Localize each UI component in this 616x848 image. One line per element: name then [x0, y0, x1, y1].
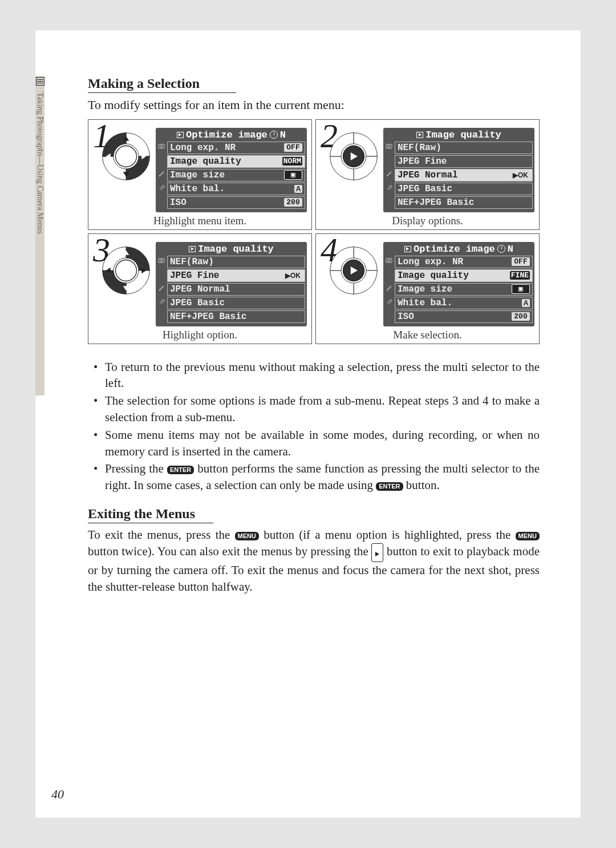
blank-icon: [385, 196, 393, 206]
menu-item-label: JPEG Fine▶OK: [167, 269, 305, 282]
menu-item-label: JPEG Normal▶OK: [395, 169, 533, 181]
menu-row: Long exp. NROFF: [157, 142, 305, 154]
blank-icon: [385, 310, 393, 320]
blank-icon: [385, 155, 393, 165]
ok-indicator: ▶OK: [511, 171, 530, 179]
lcd-title: Image quality: [385, 130, 533, 140]
blank-icon: [157, 310, 165, 320]
enter-button-icon: ENTER: [376, 482, 403, 491]
menu-row: Image size▣: [385, 283, 533, 296]
camera-icon: [385, 256, 393, 265]
menu-item-label: Long exp. NROFF: [167, 142, 305, 154]
enter-button-icon: ENTER: [167, 466, 194, 474]
heading-exiting-menus: Exiting the Menus: [88, 506, 540, 522]
menu-item-label: Image size▣: [395, 283, 533, 296]
menu-row: Image size▣: [157, 169, 305, 181]
value-badge: FINE: [510, 271, 530, 280]
menu-row: JPEG Normal▶OK: [385, 169, 533, 181]
value-badge: ▣: [512, 284, 530, 294]
wrench-icon: [385, 183, 393, 192]
menu-row: Long exp. NROFF: [385, 256, 533, 268]
menu-row: JPEG Basic: [157, 297, 305, 309]
value-badge: A: [522, 299, 530, 307]
tab-label: Taking Photographs—Using Camera Menus: [35, 90, 44, 234]
section-tab: Taking Photographs—Using Camera Menus: [35, 76, 44, 395]
value-badge: ▣: [284, 170, 302, 180]
multi-selector-icon: [101, 245, 151, 296]
timer-icon: [497, 245, 505, 253]
blank-icon: [157, 269, 165, 279]
note-item: Pressing the ENTER button performs the s…: [88, 461, 540, 494]
menu-item-label: JPEG Fine: [395, 155, 533, 168]
menu-item-label: Image qualityNORM: [167, 155, 305, 168]
value-badge: NORM: [282, 157, 302, 165]
menu-button-icon: MENU: [516, 532, 540, 540]
menu-item-label: NEF(Raw): [395, 142, 533, 154]
pencil-icon: [157, 283, 165, 293]
lcd-screen: Optimize imageN Long exp. NROFF Image qu…: [383, 242, 534, 326]
wrench-icon: [385, 297, 393, 306]
menu-item-label: NEF+JPEG Basic: [395, 196, 533, 209]
page-number: 40: [51, 787, 64, 802]
svg-point-11: [388, 260, 390, 262]
value-badge: OFF: [284, 143, 302, 152]
menu-row: Image qualityNORM: [157, 155, 305, 168]
menu-item-label: Image qualityFINE: [395, 269, 533, 282]
step-caption: Highlight option.: [93, 329, 307, 341]
pencil-icon: [385, 169, 393, 179]
menu-item-label: White bal.A: [395, 297, 533, 309]
step-3: 3 Image quality NEF(Raw): [88, 233, 312, 344]
blank-icon: [157, 196, 165, 206]
playback-icon: [177, 132, 184, 138]
note-item: The selection for some options is made f…: [88, 393, 540, 426]
heading-making-selection: Making a Selection: [88, 76, 540, 91]
menu-row: JPEG Basic: [385, 183, 533, 195]
playback-button-icon: [371, 543, 383, 562]
lcd-screen: Image quality NEF(Raw) JPEG Fine JPEG No…: [383, 128, 534, 212]
menu-row: JPEG Fine▶OK: [157, 269, 305, 282]
menu-row: NEF(Raw): [157, 256, 305, 268]
lcd-title: Optimize imageN: [385, 244, 533, 255]
wrench-icon: [157, 183, 165, 192]
value-badge: 200: [512, 312, 530, 321]
pencil-icon: [157, 169, 165, 179]
steps-grid: 1 Optimize imageN Long e: [88, 119, 540, 344]
ok-indicator: ▶OK: [283, 272, 302, 280]
step-caption: Highlight menu item.: [93, 215, 307, 227]
lcd-title: Image quality: [157, 244, 305, 255]
svg-point-0: [116, 146, 137, 167]
timer-icon: [270, 131, 278, 139]
multi-selector-icon: [329, 245, 379, 296]
value-badge: A: [294, 185, 302, 193]
exit-paragraph: To exit the menus, press the MENU button…: [88, 527, 540, 595]
menu-row: NEF+JPEG Basic: [385, 196, 533, 209]
menu-item-label: Image size▣: [167, 169, 305, 181]
menu-row: ISO200: [157, 196, 305, 209]
menu-row: JPEG Fine: [385, 155, 533, 168]
step-2: 2 Image quality NEF(Raw): [315, 119, 540, 230]
multi-selector-icon: [101, 131, 151, 181]
step-4: 4 Optimize imageN Long exp. NROFF: [315, 233, 540, 344]
notes-list: To return to the previous menu without m…: [88, 359, 540, 494]
camera-icon: [157, 256, 165, 265]
menu-item-label: ISO200: [167, 196, 305, 209]
menu-row: White bal.A: [157, 183, 305, 195]
menu-item-label: JPEG Normal: [167, 283, 305, 296]
playback-icon: [404, 246, 411, 252]
pencil-icon: [385, 283, 393, 293]
menu-item-label: Long exp. NROFF: [395, 256, 533, 268]
value-badge: OFF: [512, 257, 530, 266]
heading-rule: [88, 523, 213, 523]
menu-row: JPEG Normal: [157, 283, 305, 296]
wrench-icon: [157, 297, 165, 306]
playback-icon: [189, 246, 196, 252]
menu-item-label: ISO200: [395, 310, 533, 323]
multi-selector-icon: [329, 131, 379, 181]
note-item: To return to the previous menu without m…: [88, 359, 540, 392]
camera-icon: [157, 142, 165, 151]
value-badge: 200: [284, 198, 302, 207]
blank-icon: [385, 269, 393, 279]
menu-row: Image qualityFINE: [385, 269, 533, 282]
step-caption: Display options.: [321, 215, 534, 227]
menu-item-label: JPEG Basic: [395, 183, 533, 195]
